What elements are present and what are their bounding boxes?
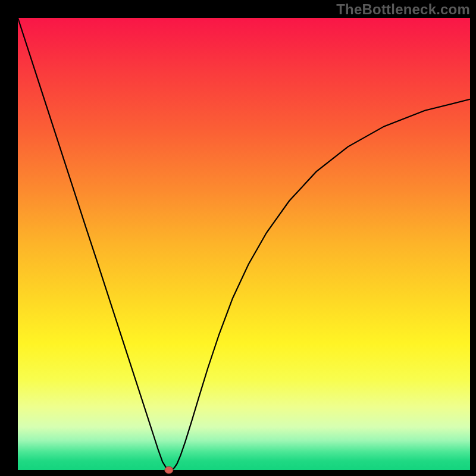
optimal-point-marker	[165, 466, 173, 474]
chart-container: TheBottleneck.com	[0, 0, 476, 476]
bottleneck-chart	[0, 0, 476, 476]
plot-background	[18, 18, 470, 470]
